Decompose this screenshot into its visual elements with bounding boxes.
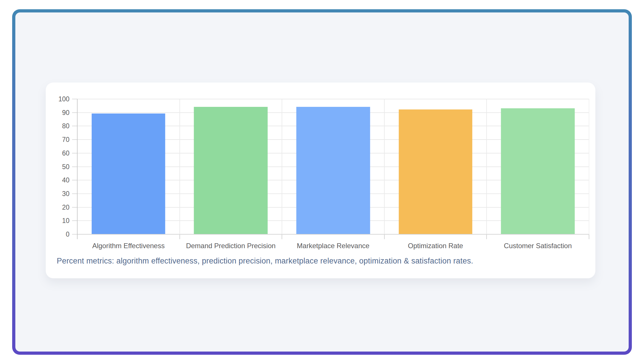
y-axis-label-70: 70 bbox=[62, 136, 69, 143]
bar-marketplace-relevance[interactable] bbox=[296, 107, 370, 234]
gridline-y-0 bbox=[77, 234, 589, 235]
gridline-x-4 bbox=[486, 99, 487, 234]
y-axis-line bbox=[77, 99, 78, 239]
x-axis-label-customer-satisfaction: Customer Satisfaction bbox=[504, 242, 572, 250]
y-axis-label-90: 90 bbox=[62, 109, 69, 116]
bar-optimization-rate[interactable] bbox=[399, 109, 472, 234]
y-tick-0 bbox=[72, 234, 77, 235]
page-background: 0102030405060708090100Algorithm Effectiv… bbox=[15, 12, 629, 352]
y-axis-label-10: 10 bbox=[62, 217, 69, 224]
y-axis-label-0: 0 bbox=[66, 231, 69, 238]
y-tick-10 bbox=[72, 220, 77, 221]
x-tick-4 bbox=[486, 234, 487, 239]
y-axis-label-20: 20 bbox=[62, 204, 69, 211]
y-axis-label-30: 30 bbox=[62, 190, 69, 197]
gridline-x-end bbox=[589, 99, 589, 234]
y-axis-label-80: 80 bbox=[62, 123, 69, 129]
gridline-y-100 bbox=[77, 99, 589, 99]
y-tick-50 bbox=[72, 167, 77, 167]
x-tick-3 bbox=[384, 234, 385, 239]
x-axis-label-algorithm-effectiveness: Algorithm Effectiveness bbox=[92, 242, 165, 250]
x-tick-1 bbox=[179, 234, 180, 239]
bar-demand-prediction-precision[interactable] bbox=[194, 107, 268, 234]
gridline-x-3 bbox=[384, 99, 385, 234]
x-tick-5 bbox=[589, 234, 589, 239]
y-axis-label-100: 100 bbox=[58, 96, 69, 103]
chart-caption: Percent metrics: algorithm effectiveness… bbox=[57, 257, 473, 266]
x-axis-label-marketplace-relevance: Marketplace Relevance bbox=[297, 242, 370, 250]
y-tick-40 bbox=[72, 180, 77, 180]
bar-algorithm-effectiveness[interactable] bbox=[92, 114, 166, 234]
x-tick-2 bbox=[282, 234, 282, 239]
y-tick-70 bbox=[72, 139, 77, 140]
gridline-x-1 bbox=[179, 99, 180, 234]
bar-customer-satisfaction[interactable] bbox=[501, 108, 575, 234]
y-tick-100 bbox=[72, 99, 77, 99]
y-tick-30 bbox=[72, 193, 77, 194]
y-tick-20 bbox=[72, 207, 77, 208]
gridline-x-2 bbox=[282, 99, 282, 234]
y-tick-80 bbox=[72, 126, 77, 126]
x-axis-label-optimization-rate: Optimization Rate bbox=[408, 242, 463, 250]
y-axis-label-50: 50 bbox=[62, 163, 69, 170]
gradient-frame: 0102030405060708090100Algorithm Effectiv… bbox=[12, 9, 632, 355]
plot-area: 0102030405060708090100Algorithm Effectiv… bbox=[77, 99, 589, 234]
y-axis-label-40: 40 bbox=[62, 177, 69, 184]
y-axis-label-60: 60 bbox=[62, 150, 69, 156]
y-tick-90 bbox=[72, 112, 77, 113]
chart-card: 0102030405060708090100Algorithm Effectiv… bbox=[46, 83, 595, 278]
y-tick-60 bbox=[72, 153, 77, 153]
x-axis-label-demand-prediction-precision: Demand Prediction Precision bbox=[186, 242, 276, 250]
